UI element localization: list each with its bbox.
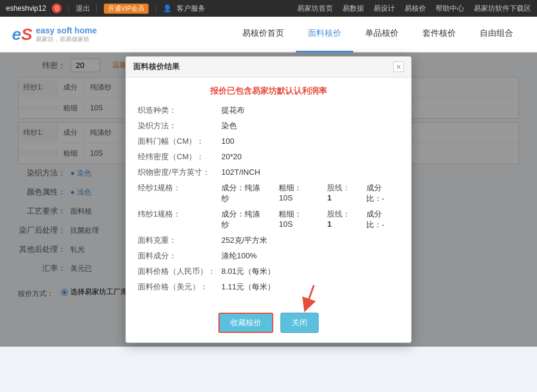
nav-item-price-home[interactable]: 易核价首页 xyxy=(230,17,296,53)
modal-row-dyeing: 染织方法： 染色 xyxy=(138,121,399,131)
header-nav: 易核价首页 面料核价 单品核价 套件核价 自由组合 xyxy=(230,17,525,53)
modal-row-fabric-component: 面料成分： 涤纶100% xyxy=(138,251,399,261)
modal-row-price-rmb: 面料价格（人民币）： 8.01元（每米） xyxy=(138,266,399,277)
modal-label-width: 面料门幅（CM）： xyxy=(138,136,221,147)
modal-footer: 收藏核价 关闭 xyxy=(126,305,411,342)
warp-coarse: 粗细：10S xyxy=(279,183,315,204)
nav-item-single-price[interactable]: 单品核价 xyxy=(353,17,411,53)
warp-ratio: 成分比：- xyxy=(366,183,399,204)
weft-ply: 股线：1 xyxy=(327,209,354,230)
modal-body: 报价已包含易家坊默认认利润率 织造种类： 提花布 染织方法： 染色 面料门幅（C… xyxy=(126,78,411,305)
logo-text: easy soft home 易家坊，容易做家纺 xyxy=(36,26,97,44)
vip-button[interactable]: 开通VIP会员 xyxy=(104,4,149,14)
notification-badge: 0 xyxy=(52,4,61,13)
warp-ply: 股线：1 xyxy=(327,183,354,204)
modal-label-fabric-component: 面料成分： xyxy=(138,251,221,261)
modal-label-warp-yarn: 经纱1规格： xyxy=(138,183,221,193)
logo-icon: eS xyxy=(12,25,32,44)
modal-label-price-usd: 面料价格（美元）： xyxy=(138,282,221,292)
nav-item-set-price[interactable]: 套件核价 xyxy=(411,17,468,53)
logo: eS easy soft home 易家坊，容易做家纺 xyxy=(12,25,131,44)
modal-label-fabric-weight: 面料克重： xyxy=(138,235,221,246)
modal-label-density-cm: 经纬密度（CM）： xyxy=(138,152,221,162)
customer-service-link[interactable]: 客户服务 xyxy=(177,4,205,14)
modal-value-density-cm: 20*20 xyxy=(221,152,399,161)
modal-value-fabric-component: 涤纶100% xyxy=(221,251,399,261)
nav-item-fabric-price[interactable]: 面料核价 xyxy=(296,17,353,53)
top-bar: esheshvip12 0 | 退出 | 开通VIP会员 | 👤 客户服务 易家… xyxy=(0,0,537,17)
customer-service-icon: 👤 xyxy=(163,4,172,13)
modal-title: 面料核价结果 xyxy=(133,61,180,72)
header: eS easy soft home 易家坊，容易做家纺 易核价首页 面料核价 单… xyxy=(0,17,537,53)
top-nav-design[interactable]: 易设计 xyxy=(374,4,395,14)
modal-label-price-rmb: 面料价格（人民币）： xyxy=(138,266,221,277)
weft-ratio: 成分比：- xyxy=(366,209,399,230)
modal-warp-yarn-multi: 成分：纯涤纱 粗细：10S 股线：1 成分比：- xyxy=(221,183,399,204)
logo-sub: 易家坊，容易做家纺 xyxy=(36,35,97,44)
modal-header: 面料核价结果 × xyxy=(126,57,411,78)
modal-value-density-inch: 102T/INCH xyxy=(221,168,399,177)
modal-close-button[interactable]: × xyxy=(393,61,404,72)
modal-label-density-inch: 织物密度/平方英寸： xyxy=(138,167,221,178)
modal-subtitle: 报价已包含易家坊默认认利润率 xyxy=(138,86,399,97)
modal-row-density-cm: 经纬密度（CM）： 20*20 xyxy=(138,152,399,162)
weft-component: 成分：纯涤纱 xyxy=(221,209,267,230)
top-nav-help[interactable]: 帮助中心 xyxy=(436,4,464,14)
modal-weft-yarn-multi: 成分：纯涤纱 粗细：10S 股线：1 成分比：- xyxy=(221,209,399,230)
logout-link[interactable]: 退出 xyxy=(76,4,90,14)
modal-label-dyeing: 染织方法： xyxy=(138,121,221,131)
top-nav-data[interactable]: 易数据 xyxy=(342,4,364,14)
save-price-button[interactable]: 收藏核价 xyxy=(218,313,273,333)
modal-overlay: 面料核价结果 × 报价已包含易家坊默认认利润率 织造种类： 提花布 染织方法： … xyxy=(0,53,537,347)
top-nav: 易家坊首页 易数据 易设计 易核价 帮助中心 易家坊软件下载区 xyxy=(297,4,531,14)
modal-row-fabric-type: 织造种类： 提花布 xyxy=(138,105,399,116)
nav-item-free-combo[interactable]: 自由组合 xyxy=(468,17,525,53)
username-label: esheshvip12 xyxy=(6,4,46,13)
modal-row-density-inch: 织物密度/平方英寸： 102T/INCH xyxy=(138,167,399,178)
weft-coarse: 粗细：10S xyxy=(279,209,315,230)
modal-dialog: 面料核价结果 × 报价已包含易家坊默认认利润率 织造种类： 提花布 染织方法： … xyxy=(125,56,412,343)
modal-value-fabric-weight: 252克/平方米 xyxy=(221,235,399,246)
top-nav-home[interactable]: 易家坊首页 xyxy=(297,4,333,14)
modal-row-width: 面料门幅（CM）： 100 xyxy=(138,136,399,147)
modal-row-warp-yarn: 经纱1规格： 成分：纯涤纱 粗细：10S 股线：1 成分比：- xyxy=(138,183,399,204)
svg-line-1 xyxy=(307,285,314,305)
logo-main: easy soft home xyxy=(36,26,97,35)
top-nav-price[interactable]: 易核价 xyxy=(405,4,426,14)
modal-value-price-rmb: 8.01元（每米） xyxy=(221,266,399,277)
warp-component: 成分：纯涤纱 xyxy=(221,183,267,204)
top-nav-download[interactable]: 易家坊软件下载区 xyxy=(474,4,531,14)
modal-row-price-usd: 面料价格（美元）： 1.11元（每米） xyxy=(138,282,399,292)
modal-close-btn[interactable]: 关闭 xyxy=(280,313,319,333)
page-content: 纬密： 温馨提示：请分别对应输入不同纱线的纬密 经纱1: 成分 纯涤纱 粗细 1… xyxy=(0,53,537,347)
modal-label-weft-yarn: 纬纱1规格： xyxy=(138,209,221,220)
modal-value-dyeing: 染色 xyxy=(221,121,399,131)
modal-value-width: 100 xyxy=(221,137,399,146)
arrow-indicator xyxy=(290,280,323,315)
modal-value-fabric-type: 提花布 xyxy=(221,105,399,116)
modal-label-fabric-type: 织造种类： xyxy=(138,105,221,116)
modal-row-fabric-weight: 面料克重： 252克/平方米 xyxy=(138,235,399,246)
modal-row-weft-yarn: 纬纱1规格： 成分：纯涤纱 粗细：10S 股线：1 成分比：- xyxy=(138,209,399,230)
